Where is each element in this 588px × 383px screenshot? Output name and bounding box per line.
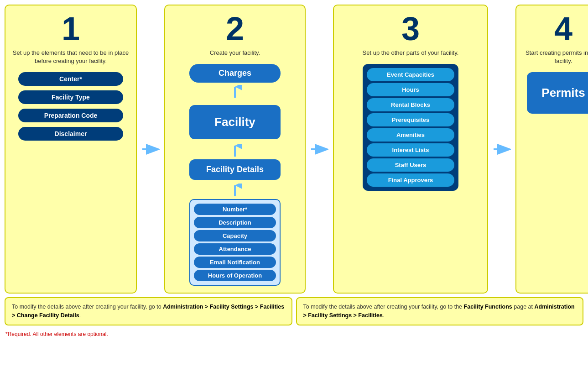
- arrow-col1-col2: [141, 142, 160, 156]
- arrow-up-subitems: [228, 184, 242, 199]
- prereq-facility-type[interactable]: Facility Type: [18, 90, 123, 104]
- step-3-desc: Set up the other parts of your facility.: [363, 49, 459, 57]
- sub-item-number[interactable]: Number*: [194, 204, 276, 215]
- sub-item-capacity[interactable]: Capacity: [194, 230, 276, 241]
- note-1-text: To modify the details above after creati…: [12, 304, 163, 310]
- main-container: 1 Set up the elements that need to be in…: [5, 5, 583, 339]
- note-1-period: .: [79, 312, 81, 319]
- charges-box[interactable]: Charges: [189, 64, 281, 83]
- column-4: 4 Start creating permits in your facilit…: [515, 5, 588, 294]
- column-3: 3 Set up the other parts of your facilit…: [333, 5, 488, 294]
- note-box-2: To modify the details above after creati…: [296, 297, 584, 325]
- step-3-number: 3: [401, 12, 420, 45]
- footer-optional-text: All other elements are optional.: [32, 331, 108, 337]
- permits-box[interactable]: Permits: [527, 72, 588, 114]
- footer-required-text: *Required.: [5, 331, 32, 337]
- step3-rental-blocks[interactable]: Rental Blocks: [367, 98, 454, 111]
- arrow-up-facilitydetails: [228, 144, 242, 159]
- prereq-center[interactable]: Center*: [18, 72, 123, 86]
- step-4-number: 4: [554, 12, 572, 45]
- step-1-desc: Set up the elements that need to be in p…: [10, 49, 131, 65]
- sub-item-description[interactable]: Description: [194, 217, 276, 228]
- arrow-col3-col4: [493, 142, 511, 156]
- sub-items-list: Number* Description Capacity Attendance …: [189, 199, 281, 286]
- arrow-col2-col3: [310, 142, 328, 156]
- arrow-up-charges: [228, 85, 242, 100]
- facility-box[interactable]: Facility: [189, 105, 281, 139]
- step3-hours[interactable]: Hours: [367, 83, 454, 96]
- prereq-list: Center* Facility Type Preparation Code D…: [18, 72, 123, 143]
- prereq-preparation-code[interactable]: Preparation Code: [18, 109, 123, 122]
- step-1-number: 1: [62, 12, 80, 45]
- column-2: 2 Create your facility. Charges: [164, 5, 306, 294]
- step3-prerequisites[interactable]: Prerequisites: [367, 113, 454, 126]
- note-2-bold: Facility Functions: [464, 304, 512, 310]
- top-section: 1 Set up the elements that need to be in…: [5, 5, 583, 294]
- note-box-1: To modify the details above after creati…: [5, 297, 292, 325]
- col2-layout: Charges Facility: [189, 64, 281, 286]
- sub-item-hours-of-operation[interactable]: Hours of Operation: [194, 270, 276, 281]
- step3-final-approvers[interactable]: Final Approvers: [367, 173, 454, 187]
- step-4-desc: Start creating permits in your facility.: [521, 49, 588, 65]
- column-1: 1 Set up the elements that need to be in…: [5, 5, 137, 294]
- step3-group: Event Capacities Hours Rental Blocks Pre…: [363, 64, 458, 191]
- footer-note: *Required. All other elements are option…: [5, 329, 583, 339]
- note-2-text2: page at: [512, 304, 535, 310]
- bottom-notes: To modify the details above after creati…: [5, 297, 583, 325]
- sub-item-email-notification[interactable]: Email Notification: [194, 257, 276, 268]
- step3-event-capacities[interactable]: Event Capacities: [367, 68, 454, 81]
- note-2-text: To modify the details above after creati…: [303, 304, 464, 310]
- step3-interest-lists[interactable]: Interest Lists: [367, 143, 454, 157]
- prereq-disclaimer[interactable]: Disclaimer: [18, 127, 123, 141]
- step-2-number: 2: [226, 12, 244, 45]
- note-2-period: .: [383, 312, 384, 319]
- sub-item-attendance[interactable]: Attendance: [194, 243, 276, 255]
- step-2-desc: Create your facility.: [210, 49, 260, 57]
- step3-amenities[interactable]: Amenities: [367, 128, 454, 142]
- step3-staff-users[interactable]: Staff Users: [367, 158, 454, 172]
- facility-details-box[interactable]: Facility Details: [189, 159, 281, 180]
